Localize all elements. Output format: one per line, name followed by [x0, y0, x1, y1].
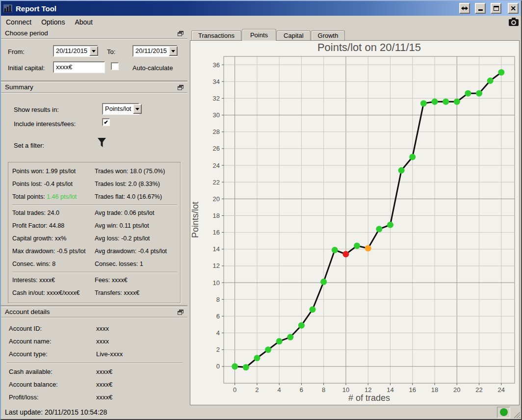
svg-text:22: 22 [213, 179, 220, 186]
account-block: Cash available:xxxx€Account balance:xxxx… [1, 368, 187, 401]
svg-text:0: 0 [233, 386, 236, 394]
stat-item: Capital growth: xx% [12, 235, 95, 243]
tab-transactions[interactable]: Transactions [191, 30, 241, 40]
stat-item: Consec. losses: 1 [95, 260, 180, 268]
account-field-label: Account balance: [9, 381, 96, 389]
stat-item: Max drawdown: -0.5 pts/lot [12, 247, 95, 256]
svg-text:24: 24 [498, 386, 505, 394]
account-field-label: Profit/loss: [9, 394, 96, 401]
stat-item: Interests: xxxx€ [12, 276, 95, 285]
show-results-value: Points/lot [103, 104, 133, 114]
screenshot-camera-icon[interactable] [508, 17, 519, 27]
to-date-dropdown-button[interactable] [169, 46, 178, 56]
right-panel: TransactionsPointsCapitalGrowth 02468101… [187, 28, 521, 405]
initial-capital-input[interactable]: xxxx€ [53, 61, 105, 73]
svg-text:14: 14 [213, 245, 220, 253]
account-field-label: Account type: [9, 350, 96, 358]
stats-block: Points won: 1.99 pts/lotTrades won: 18.0… [12, 167, 180, 201]
svg-text:32: 32 [213, 95, 220, 102]
show-results-dropdown-button[interactable] [133, 104, 142, 114]
left-panel: Choose period From: 20/11/2015 To: 20/11… [1, 28, 187, 405]
show-results-combobox[interactable]: Points/lot [102, 103, 139, 115]
title-bar[interactable]: Report Tool ✕ [1, 1, 521, 16]
menu-options[interactable]: Options [41, 18, 65, 26]
account-details-header: Account details [1, 307, 187, 317]
minimize-icon [478, 6, 483, 11]
to-date-combobox[interactable]: 20/11/2015 [132, 45, 178, 57]
window-title: Report Tool [16, 4, 454, 13]
account-field-value: Live-xxxx [96, 350, 187, 358]
stat-item: Avg win: 0.11 pts/lot [95, 222, 180, 230]
undock-icon[interactable] [178, 310, 183, 315]
account-divider [7, 363, 183, 364]
close-button[interactable]: ✕ [508, 3, 519, 14]
svg-text:# of trades: # of trades [348, 393, 390, 403]
resize-toggle-button[interactable] [459, 3, 470, 14]
show-results-label: Show results in: [14, 106, 59, 113]
minimize-button[interactable] [475, 3, 486, 14]
menu-connect[interactable]: Connect [6, 18, 31, 26]
chevron-down-icon [92, 50, 96, 52]
tab-growth[interactable]: Growth [311, 30, 345, 40]
connection-indicator-box [497, 407, 510, 418]
svg-text:10: 10 [213, 279, 220, 287]
svg-text:4: 4 [278, 386, 281, 394]
svg-text:8: 8 [216, 296, 220, 303]
from-label: From: [8, 48, 25, 55]
include-fees-checkbox[interactable]: ✔ [102, 118, 110, 126]
svg-text:36: 36 [213, 61, 220, 69]
stat-item: Profit Factor: 44.88 [12, 222, 95, 230]
svg-text:2: 2 [255, 386, 259, 394]
menu-items: ConnectOptionsAbout [6, 18, 93, 26]
undock-icon[interactable] [178, 85, 183, 90]
svg-text:34: 34 [213, 78, 220, 85]
stats-block: Total trades: 24.0Avg trade: 0.06 pts/lo… [12, 209, 180, 268]
account-details-section: Account details Account ID:xxxxAccount n… [1, 307, 187, 405]
tab-points[interactable]: Points [242, 29, 276, 41]
svg-text:0: 0 [216, 363, 220, 370]
stat-item: Avg drawdown: -0.4 pts/lot [95, 247, 180, 256]
svg-text:20: 20 [453, 386, 460, 394]
svg-text:8: 8 [322, 386, 325, 394]
set-filter-label: Set a filter: [14, 142, 44, 149]
stats-block: Interests: xxxx€Fees: xxxx€Cash in/out: … [12, 276, 180, 297]
resize-grip[interactable] [514, 412, 521, 419]
svg-text:12: 12 [365, 386, 371, 394]
status-bar: Last update: 20/11/2015 10:54:28 [1, 405, 521, 419]
svg-text:6: 6 [300, 386, 303, 394]
points-chart: 0246810121416182022242628303234360246810… [190, 41, 519, 405]
summary-title: Summary [5, 83, 33, 91]
svg-text:6: 6 [216, 313, 220, 320]
connection-status-dot [500, 408, 508, 416]
svg-text:24: 24 [213, 162, 220, 169]
from-date-dropdown-button[interactable] [89, 46, 98, 56]
account-details-title: Account details [5, 308, 50, 315]
auto-calculate-label: Auto-calculate [132, 64, 173, 72]
stat-item: Points won: 1.99 pts/lot [12, 167, 95, 176]
include-fees-label: Include interests/fees: [14, 120, 76, 128]
tab-bar: TransactionsPointsCapitalGrowth [190, 28, 520, 40]
to-label: To: [107, 48, 115, 55]
filter-funnel-icon[interactable] [97, 137, 106, 148]
svg-text:28: 28 [213, 128, 220, 135]
undock-icon[interactable] [178, 31, 183, 36]
last-update-label: Last update: 20/11/2015 10:54:28 [5, 408, 497, 416]
from-date-value: 20/11/2015 [54, 46, 89, 56]
stat-item: Points lost: -0.4 pts/lot [12, 180, 95, 188]
svg-text:4: 4 [216, 329, 220, 337]
svg-text:Points/lot on 20/11/15: Points/lot on 20/11/15 [317, 41, 421, 53]
from-date-combobox[interactable]: 20/11/2015 [53, 45, 98, 57]
svg-text:18: 18 [431, 386, 438, 394]
svg-text:2: 2 [216, 346, 220, 353]
stat-item: Fees: xxxx€ [95, 276, 180, 285]
menu-about[interactable]: About [75, 18, 93, 26]
account-field-label: Account name: [9, 338, 96, 345]
app-chart-icon [3, 4, 12, 12]
account-field-value: xxxx€ [96, 368, 187, 376]
maximize-button[interactable] [491, 3, 501, 14]
auto-calculate-checkbox[interactable] [111, 62, 119, 70]
chart-frame: 0246810121416182022242628303234360246810… [190, 40, 520, 405]
maximize-icon [494, 6, 499, 11]
stat-item: Transfers: xxxx€ [95, 289, 180, 297]
tab-capital[interactable]: Capital [277, 30, 310, 40]
